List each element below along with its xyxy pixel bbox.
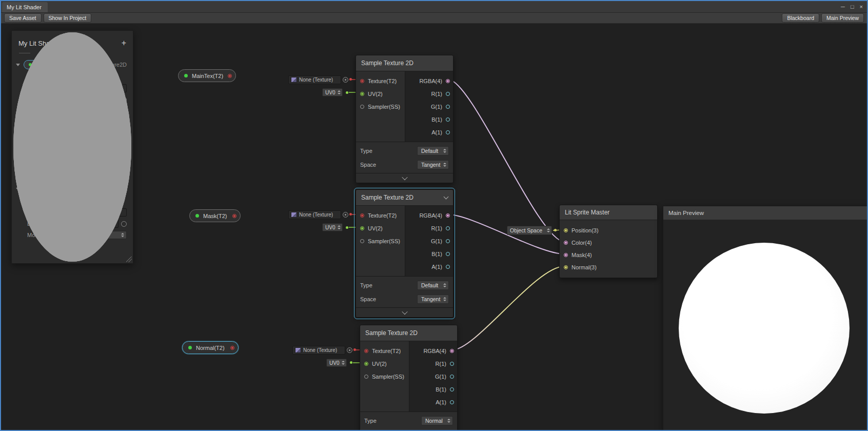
input-port-sampler[interactable]: Sampler(SS) [356,234,405,247]
type-dropdown[interactable]: Default [417,281,449,290]
save-asset-button[interactable]: Save Asset [4,13,42,23]
uv-port-icon[interactable] [360,226,364,230]
texture-port-icon[interactable] [360,79,364,83]
sampler-port-icon[interactable] [364,375,368,379]
output-port-r[interactable]: R(1) [405,87,453,100]
input-port-sampler[interactable]: Sampler(SS) [356,100,405,113]
output-port-a[interactable]: A(1) [405,126,453,139]
type-dropdown[interactable]: Default [417,146,449,155]
node-header[interactable]: Sample Texture 2D [360,325,457,341]
node-header[interactable]: Lit Sprite Master [560,205,657,220]
node-header[interactable]: Sample Texture 2D [356,55,453,71]
input-port-normal[interactable]: Normal(3) [560,261,657,273]
space-dropdown[interactable]: Tangent [417,160,449,169]
blackboard-panel[interactable]: My Lit Shader + MainTex Texture2D Expose… [11,30,133,264]
output-port-g[interactable]: G(1) [405,234,453,247]
blackboard-toggle-button[interactable]: Blackboard [782,13,819,23]
main-preview-panel[interactable]: Main Preview [663,206,868,431]
output-port-a[interactable]: A(1) [409,396,457,408]
output-port-rgba[interactable]: RGBA(4) [405,209,453,222]
window-tab[interactable]: My Lit Shader [2,2,48,12]
close-icon[interactable]: × [860,4,863,10]
b-port-icon[interactable] [450,387,454,391]
texture-output-port[interactable] [228,74,232,78]
a-port-icon[interactable] [450,400,454,404]
input-port-uv[interactable]: UV(2) [356,87,405,100]
r-port-icon[interactable] [446,226,450,230]
node-sample-texture-2d-3[interactable]: Sample Texture 2D Texture(T2) UV(2) Samp… [360,325,458,431]
property-node-mask[interactable]: Mask(T2) [189,209,241,222]
sampler-port-icon[interactable] [360,105,364,109]
node-lit-sprite-master[interactable]: Lit Sprite Master Position(3) Color(4) M… [559,205,658,278]
preview-collapse-button[interactable] [356,173,453,183]
uv-channel-dropdown[interactable]: UV0 [322,223,343,231]
uv-port-icon[interactable] [364,362,368,366]
b-port-icon[interactable] [446,252,450,256]
rgba-port-icon[interactable] [446,79,450,83]
show-in-project-button[interactable]: Show In Project [44,13,92,23]
texture-port-icon[interactable] [364,349,368,353]
rgba-port-icon[interactable] [446,213,450,218]
input-port-texture[interactable]: Texture(T2) [360,344,409,357]
object-picker-icon[interactable] [347,347,352,353]
input-port-sampler[interactable]: Sampler(SS) [360,370,409,383]
main-preview-header[interactable]: Main Preview [663,206,867,220]
output-port-r[interactable]: R(1) [409,357,457,370]
position-port-icon[interactable] [564,228,568,232]
uv-channel-dropdown[interactable]: UV0 [322,88,343,96]
main-preview-toggle-button[interactable]: Main Preview [821,13,864,23]
sampler-port-icon[interactable] [360,239,364,243]
texture-slot-field[interactable]: None (Texture) [288,210,341,219]
input-port-uv[interactable]: UV(2) [360,357,409,370]
space-dropdown[interactable]: Tangent [417,295,449,304]
rgba-port-icon[interactable] [450,349,454,353]
a-port-icon[interactable] [446,130,450,134]
texture-port-icon[interactable] [360,213,364,218]
output-port-b[interactable]: B(1) [409,383,457,396]
output-port-g[interactable]: G(1) [409,370,457,383]
node-sample-texture-2d-1[interactable]: Sample Texture 2D Texture(T2) UV(2) Samp… [356,55,453,183]
property-node-maintex[interactable]: MainTex(T2) [178,69,236,82]
a-port-icon[interactable] [446,265,450,269]
output-port-a[interactable]: A(1) [405,260,453,273]
r-port-icon[interactable] [450,362,454,366]
uv-channel-dropdown[interactable]: UV0 [326,359,347,367]
chevron-down-icon[interactable] [444,194,449,200]
type-dropdown[interactable]: Normal [421,416,453,425]
property-node-normal[interactable]: Normal(T2) [182,341,239,354]
input-port-texture[interactable]: Texture(T2) [356,74,405,87]
input-port-position[interactable]: Position(3) [560,224,657,237]
output-port-rgba[interactable]: RGBA(4) [405,74,453,87]
object-picker-icon[interactable] [121,221,127,227]
node-sample-texture-2d-2[interactable]: Sample Texture 2D Texture(T2) UV(2) Samp… [356,189,453,318]
object-picker-icon[interactable] [343,212,348,218]
g-port-icon[interactable] [446,105,450,109]
preview-collapse-button[interactable] [356,307,453,317]
g-port-icon[interactable] [446,239,450,243]
output-port-b[interactable]: B(1) [405,247,453,260]
output-port-g[interactable]: G(1) [405,100,453,113]
r-port-icon[interactable] [446,92,450,96]
add-property-button[interactable]: + [122,39,126,47]
input-port-texture[interactable]: Texture(T2) [356,209,405,222]
texture-output-port[interactable] [232,214,236,218]
expand-triangle-icon[interactable] [16,64,20,66]
normal-port-icon[interactable] [564,265,568,269]
texture-slot-field[interactable]: None (Texture) [292,346,345,355]
minimize-icon[interactable]: ─ [841,4,845,10]
object-picker-icon[interactable] [343,77,348,83]
b-port-icon[interactable] [446,117,450,122]
uv-port-icon[interactable] [360,92,364,96]
position-space-dropdown[interactable]: Object Space [507,226,552,235]
input-port-color[interactable]: Color(4) [560,237,657,249]
output-port-r[interactable]: R(1) [405,222,453,234]
node-header[interactable]: Sample Texture 2D [356,190,453,206]
input-port-mask[interactable]: Mask(4) [560,249,657,261]
texture-output-port[interactable] [230,346,234,350]
output-port-rgba[interactable]: RGBA(4) [409,344,457,357]
input-port-uv[interactable]: UV(2) [356,222,405,234]
maximize-icon[interactable]: □ [851,4,854,10]
mask-port-icon[interactable] [564,253,568,257]
color-port-icon[interactable] [564,241,568,245]
output-port-b[interactable]: B(1) [405,113,453,126]
